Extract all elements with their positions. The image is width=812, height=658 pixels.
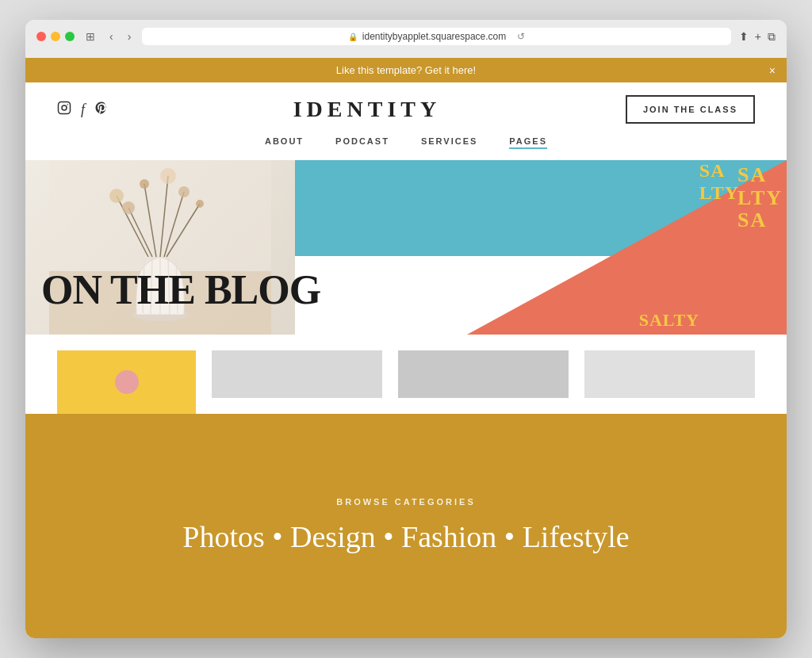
nav-about[interactable]: ABOUT (265, 136, 304, 149)
svg-rect-0 (59, 102, 71, 114)
svg-point-2 (67, 104, 68, 105)
announcement-banner: Like this template? Get it here! × (25, 58, 787, 82)
facebook-icon[interactable]: f (81, 101, 85, 118)
svg-point-17 (122, 201, 135, 214)
salty-text-bottom: SALTY (639, 310, 699, 331)
address-bar[interactable]: 🔒 identitybyapplet.squarespace.com ↺ (142, 28, 730, 45)
site-logo: IDENTITY (293, 97, 441, 122)
browser-chrome: ⊞ ‹ › 🔒 identitybyapplet.squarespace.com… (25, 20, 787, 58)
svg-point-21 (196, 200, 204, 208)
forward-button[interactable]: › (124, 29, 135, 44)
blog-card-1[interactable] (57, 350, 196, 414)
share-button[interactable]: ⬆ (739, 30, 749, 43)
url-text: identitybyapplet.squarespace.com (362, 31, 506, 42)
hero-section: SALTYSA SALTY SALTY ON THE BLOG (25, 160, 787, 335)
svg-point-22 (109, 189, 124, 203)
lock-icon: 🔒 (348, 33, 358, 41)
svg-point-19 (160, 168, 176, 184)
duplicate-button[interactable]: ⧉ (768, 30, 776, 44)
site-header: f IDENTITY JOIN THE CLASS (25, 82, 787, 136)
salty-text-right: SALTYSA (737, 164, 783, 232)
window-toggle-button[interactable]: ⊞ (82, 29, 98, 44)
close-dot[interactable] (36, 32, 46, 41)
hero-right-image: SALTYSA SALTY SALTY (295, 160, 787, 335)
nav-pages[interactable]: PAGES (509, 136, 547, 149)
browser-top-bar: ⊞ ‹ › 🔒 identitybyapplet.squarespace.com… (36, 28, 776, 45)
minimize-dot[interactable] (51, 32, 60, 41)
browser-window: ⊞ ‹ › 🔒 identitybyapplet.squarespace.com… (25, 20, 787, 638)
announcement-text: Like this template? Get it here! (336, 64, 476, 76)
instagram-icon[interactable] (57, 101, 71, 118)
browser-dots (36, 32, 75, 41)
nav-podcast[interactable]: PODCAST (335, 136, 389, 149)
announcement-close-button[interactable]: × (769, 64, 776, 77)
browser-tab-bar (36, 52, 776, 58)
hero-blog-title: ON THE BLOG (41, 270, 320, 311)
blog-card-3[interactable] (398, 350, 569, 398)
blog-card-2[interactable] (212, 350, 382, 398)
new-tab-button[interactable]: + (755, 30, 761, 43)
pinterest-icon[interactable] (94, 101, 109, 118)
social-icons: f (57, 101, 109, 118)
svg-point-1 (62, 105, 67, 110)
cta-button[interactable]: JOIN THE CLASS (626, 95, 755, 124)
salty-text-middle: SALTY (699, 160, 739, 204)
website-content: Like this template? Get it here! × f (25, 58, 787, 638)
browser-actions: ⬆ + ⧉ (739, 30, 776, 44)
categories-section: BROWSE CATEGORIES Photos • Design • Fash… (25, 414, 787, 638)
nav-services[interactable]: SERVICES (421, 136, 477, 149)
reload-button[interactable]: ↺ (517, 31, 525, 42)
categories-label: BROWSE CATEGORIES (57, 497, 755, 507)
svg-point-20 (178, 186, 190, 197)
svg-point-18 (140, 179, 149, 189)
back-button[interactable]: ‹ (106, 29, 117, 44)
blog-card-4[interactable] (584, 350, 755, 398)
site-nav: ABOUT PODCAST SERVICES PAGES (25, 136, 787, 160)
blog-preview-row (25, 335, 787, 414)
maximize-dot[interactable] (65, 32, 75, 41)
categories-text: Photos • Design • Fashion • Lifestyle (57, 519, 755, 556)
